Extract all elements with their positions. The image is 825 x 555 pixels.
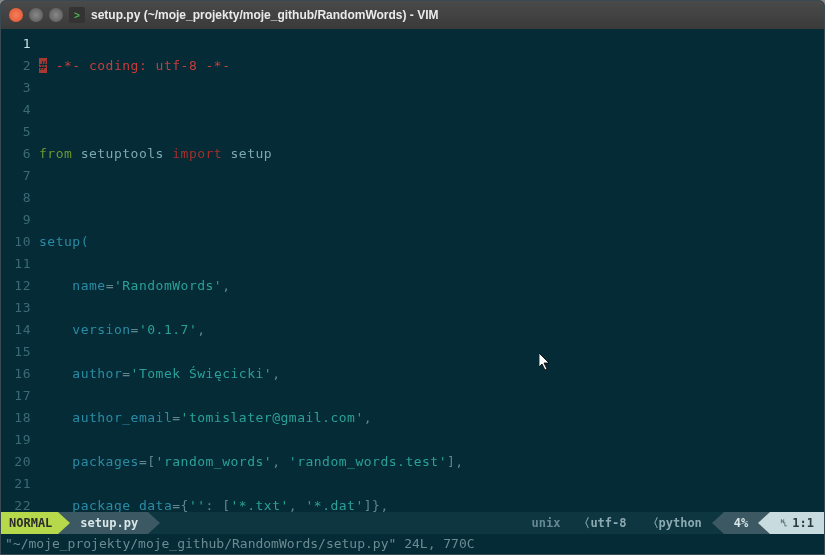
command-line[interactable]: "~/moje_projekty/moje_github/RandomWords…	[1, 534, 824, 554]
titlebar[interactable]: > setup.py (~/moje_projekty/moje_github/…	[1, 1, 824, 29]
filename-segment: setup.py	[70, 512, 148, 534]
mode-segment: NORMAL	[1, 512, 58, 534]
line-number-gutter: 1 2 3 4 5 6 7 8 9 10 11 12 13 14 15 16 1…	[1, 29, 39, 512]
editor-window: > setup.py (~/moje_projekty/moje_github/…	[0, 0, 825, 555]
editor-area[interactable]: 1 2 3 4 5 6 7 8 9 10 11 12 13 14 15 16 1…	[1, 29, 824, 512]
close-icon[interactable]	[9, 8, 23, 22]
statusline: NORMAL setup.py unix 〈 utf-8 〈 python 4%…	[1, 512, 824, 534]
encoding-segment: 〈 utf-8	[568, 512, 636, 534]
separator-icon	[712, 512, 724, 534]
fileformat-segment: unix	[523, 512, 568, 534]
separator-icon	[58, 512, 70, 534]
separator-icon	[148, 512, 160, 534]
window-title: setup.py (~/moje_projekty/moje_github/Ra…	[91, 8, 438, 22]
filetype-segment: 〈 python	[637, 512, 712, 534]
minimize-icon[interactable]	[29, 8, 43, 22]
maximize-icon[interactable]	[49, 8, 63, 22]
position-segment: ␤1:1	[770, 512, 824, 534]
percent-segment: 4%	[724, 512, 758, 534]
separator-icon	[758, 512, 770, 534]
code-content[interactable]: # -*- coding: utf-8 -*- from setuptools …	[39, 29, 824, 512]
app-icon: >	[69, 7, 85, 23]
